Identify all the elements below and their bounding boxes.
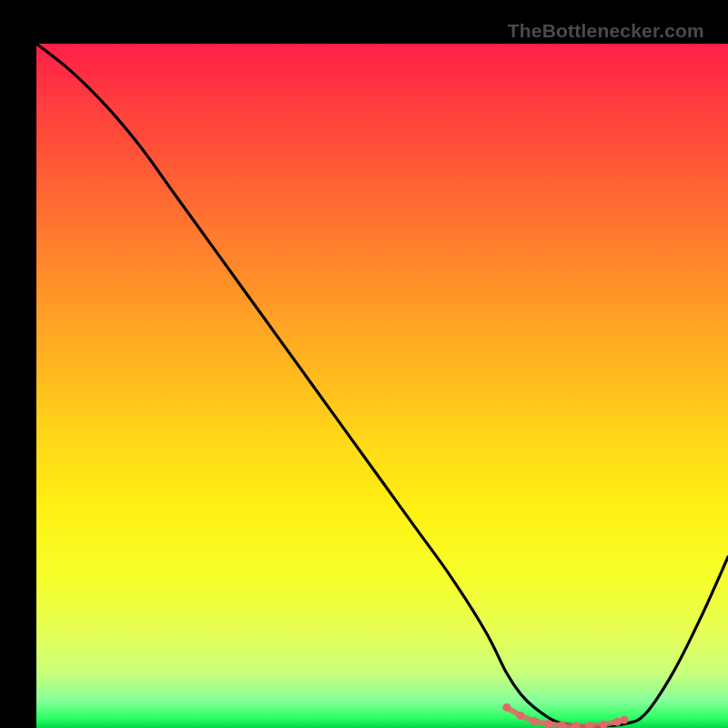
flat-region-dot <box>571 722 580 728</box>
flat-region-dot <box>586 722 594 728</box>
watermark-text: TheBottlenecker.com <box>508 20 704 42</box>
flat-region-dot <box>621 715 629 723</box>
flat-region-dot <box>502 703 511 712</box>
flat-region-dot <box>544 720 552 728</box>
flat-region-dot <box>613 718 622 726</box>
flat-region-dot <box>531 717 539 725</box>
outer-black-frame: TheBottlenecker.com <box>18 18 710 710</box>
flat-region-dot <box>517 712 525 720</box>
flat-region-markers <box>502 703 628 728</box>
gradient-plot-area <box>36 44 728 728</box>
bottleneck-curve-svg <box>36 44 728 728</box>
bottleneck-curve-path <box>36 44 728 727</box>
